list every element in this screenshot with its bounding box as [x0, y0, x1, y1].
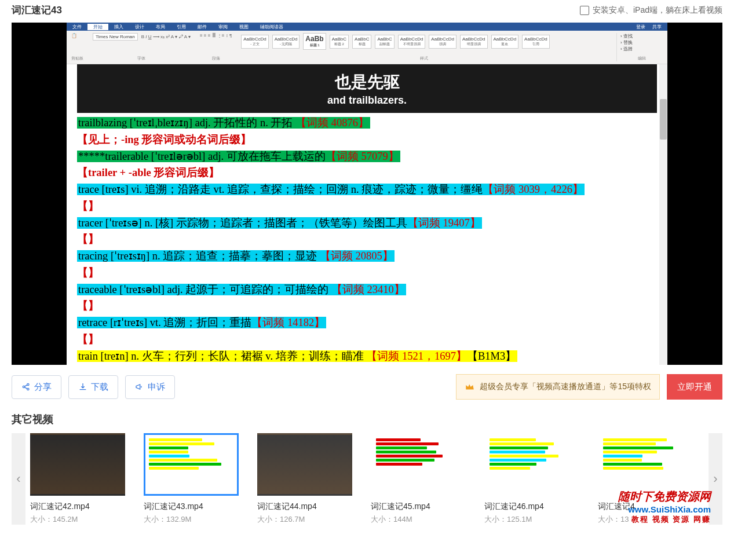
styles-group-label: 样式	[241, 56, 607, 61]
download-button[interactable]: 下载	[68, 375, 118, 399]
share-label: 分享	[34, 382, 52, 393]
vocab-line: tracing [ˈtreɪsɪŋ] n. 追踪；追查；描摹；摹图；显迹 【词频…	[77, 248, 657, 265]
ribbon-tab: 审阅	[213, 24, 233, 30]
word-ribbon-tabs: 文件开始插入设计布局引用邮件审阅视图辅助阅读器登录共享	[67, 23, 667, 31]
vip-promo: 超级会员专享「视频高速播放通道」等15项特权	[456, 374, 660, 400]
report-button[interactable]: 申诉	[125, 375, 175, 399]
vocab-line: 【trailer + -able 形容词后缀】	[77, 165, 657, 181]
vocab-line: trace [treɪs] vi. 追溯；沿路走 vt. 追踪，查探；描绘；回溯…	[77, 182, 657, 198]
device-icon	[580, 6, 589, 15]
style-box: AaBbCcDd要点	[491, 35, 519, 49]
scrollbar[interactable]	[659, 64, 667, 365]
style-box: AaBb标题 1	[303, 33, 326, 50]
crown-icon	[465, 382, 475, 392]
video-size: 大小：126.7M	[257, 514, 363, 525]
install-text: 安装安卓、iPad端，躺在床上看视频	[593, 5, 722, 16]
watermark-line1: 随时下免费资源网	[618, 489, 711, 504]
video-name: 词汇速记43.mp4	[144, 502, 249, 512]
editing-group: › 查找› 替换› 选择	[620, 33, 663, 52]
ribbon-tab: 视图	[233, 24, 254, 30]
watermark: 随时下免费资源网 www.SuiShiXia.com 教程 视频 资源 网赚	[618, 489, 711, 525]
video-thumbnail[interactable]	[257, 433, 352, 496]
paragraph-controls: ≡ ≡ ≡ ≣ ⋮≡ ↕ ¶	[200, 33, 232, 38]
vocab-line: 【】	[77, 298, 657, 314]
vocab-line: 【】	[77, 232, 657, 248]
word-ribbon-body: 📋 剪贴板 Times New Roman B I U ⟶ x₂ x² A ▾ …	[67, 31, 667, 64]
video-thumbnail[interactable]	[144, 433, 239, 496]
watermark-line3: 教程 视频 资源 网赚	[618, 514, 711, 525]
video-size: 大小：144M	[371, 514, 476, 525]
video-item[interactable]: 词汇速记46.mp4大小：125.1M	[484, 433, 590, 525]
video-thumbnail[interactable]	[484, 433, 579, 496]
page-title: 词汇速记43	[12, 3, 62, 17]
vocab-line: 【】	[77, 265, 657, 281]
ribbon-tab: 开始	[87, 24, 108, 30]
scrollbar-thumb[interactable]	[660, 99, 667, 140]
video-item[interactable]: 词汇速记43.mp4大小：132.9M	[144, 433, 249, 525]
vip-open-button[interactable]: 立即开通	[667, 374, 722, 400]
edit-item: › 替换	[620, 39, 663, 46]
vocab-line: retrace [rɪˈtreɪs] vt. 追溯；折回；重描【词频 14182…	[77, 315, 657, 331]
subtitle-en: and trailblazers.	[327, 94, 407, 107]
download-label: 下载	[91, 382, 108, 393]
clipboard-label: 剪贴板	[71, 56, 83, 61]
ribbon-tab: 引用	[171, 24, 192, 30]
video-name: 词汇速记45.mp4	[371, 502, 476, 512]
other-videos-title: 其它视频	[12, 412, 722, 426]
document-area: 也是先驱 and trailblazers. trailblazing [ˈtr…	[67, 64, 667, 365]
login-label: 登录	[636, 24, 645, 30]
ribbon-tab: 设计	[129, 24, 150, 30]
carousel-items: 词汇速记42.mp4大小：145.2M词汇速记43.mp4大小：132.9M词汇…	[25, 433, 709, 525]
video-carousel: ‹ 词汇速记42.mp4大小：145.2M词汇速记43.mp4大小：132.9M…	[12, 433, 722, 525]
font-name-select: Times New Roman	[93, 33, 138, 41]
style-box: AaBbCcDd不明显强调	[398, 35, 426, 49]
edit-item: › 查找	[620, 33, 663, 39]
ribbon-tab: 文件	[67, 24, 87, 30]
edit-item: › 选择	[620, 46, 663, 52]
font-group-label: 字体	[93, 56, 191, 61]
vocab-line: train [treɪn] n. 火车；行列；长队；裙裾 v. 培养；训练；瞄准…	[77, 349, 657, 365]
style-box: AaBbCcDd明显强调	[460, 35, 488, 49]
video-size: 大小：125.1M	[484, 514, 590, 525]
install-link[interactable]: 安装安卓、iPad端，躺在床上看视频	[580, 5, 722, 16]
vocab-line: 【】	[77, 199, 657, 215]
video-player[interactable]: 文件开始插入设计布局引用邮件审阅视图辅助阅读器登录共享 📋 剪贴板 Times …	[12, 23, 722, 365]
ribbon-tab: 邮件	[192, 24, 213, 30]
carousel-prev[interactable]: ‹	[12, 433, 25, 525]
video-item[interactable]: 词汇速记44.mp4大小：126.7M	[257, 433, 363, 525]
video-thumbnail[interactable]	[371, 433, 466, 496]
vip-btn-label: 立即开通	[677, 382, 712, 393]
style-box: AaBbCcDd引用	[522, 35, 550, 49]
video-item[interactable]: 词汇速记42.mp4大小：145.2M	[30, 433, 136, 525]
paste-icon: 📋	[71, 33, 77, 38]
vocab-line: trailblazing [ˈtreɪlˌbleɪzɪŋ] adj. 开拓性的 …	[77, 115, 657, 131]
share-button[interactable]: 分享	[12, 375, 61, 399]
ribbon-tab: 辅助阅读器	[254, 24, 289, 30]
edit-group-label: 编辑	[620, 56, 663, 61]
video-thumbnail[interactable]	[598, 433, 693, 496]
para-group-label: 段落	[200, 56, 232, 61]
style-box: AaBbCcDd强调	[429, 35, 457, 49]
style-box: AaBbC副标题	[375, 35, 394, 49]
styles-gallery: AaBbCcDd- 正文AaBbCcDd- 无间隔AaBb标题 1AaBbC标题…	[241, 33, 607, 50]
video-size: 大小：145.2M	[30, 514, 136, 525]
vip-text: 超级会员专享「视频高速播放通道」等15项特权	[480, 382, 651, 392]
style-box: AaBbCcDd- 无间隔	[272, 35, 300, 49]
style-box: AaBbC标题	[352, 35, 371, 49]
video-item[interactable]: 词汇速记45.mp4大小：144M	[371, 433, 476, 525]
megaphone-icon	[135, 382, 144, 391]
vocab-line: tracer [ˈtreɪsə] n. [核] 示踪物；追踪者；描图者；（铁笔等…	[77, 215, 657, 232]
watermark-line2: www.SuiShiXia.com	[618, 504, 711, 514]
share-label: 共享	[652, 24, 662, 30]
vocab-line: traceable [ˈtreɪsəbl] adj. 起源于；可追踪的；可描绘的…	[77, 282, 657, 298]
vocab-line: *****trailerable [ˈtreɪlərəbl] adj. 可放在拖…	[77, 149, 657, 165]
ribbon-tab: 插入	[108, 24, 129, 30]
subtitle-cn: 也是先驱	[335, 71, 400, 93]
report-label: 申诉	[148, 382, 165, 393]
video-name: 词汇速记42.mp4	[30, 502, 136, 512]
style-box: AaBbC标题 2	[330, 35, 349, 49]
video-name: 词汇速记44.mp4	[257, 502, 363, 512]
vocab-line: 【】	[77, 332, 657, 348]
video-thumbnail[interactable]	[30, 433, 125, 496]
download-icon	[78, 382, 87, 391]
